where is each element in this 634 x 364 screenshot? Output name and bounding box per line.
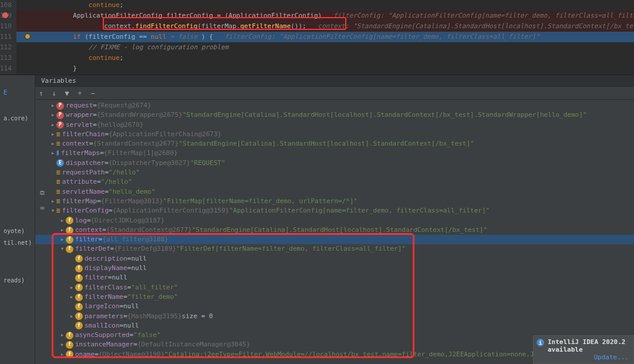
code-line[interactable]: // FIXME - log configuration problem <box>16 42 634 53</box>
variable-node[interactable]: ▸ffilterName = "filter_demo" <box>35 292 634 302</box>
variable-name: filterDef <box>75 244 110 254</box>
variable-name: oname <box>75 350 95 359</box>
expand-arrow-icon[interactable]: ▾ <box>59 244 66 254</box>
variable-node[interactable]: ▸Prequest = {Request@2674} <box>35 101 634 110</box>
variable-node[interactable]: ≡requestPath = "/hello" <box>35 168 634 177</box>
variable-name: filterChain <box>62 130 105 139</box>
code-line[interactable]: continue; <box>16 0 634 11</box>
variable-node[interactable]: ▾ffilterDef = {FilterDef@3189} "FilterDe… <box>35 244 634 254</box>
breakpoint-icon[interactable] <box>2 12 8 18</box>
variable-node[interactable]: ▸≡filterChain = {ApplicationFilterChain@… <box>35 130 634 139</box>
code-column[interactable]: continue; ApplicationFilterConfig filter… <box>16 0 634 74</box>
variable-name: filterMap <box>62 197 97 206</box>
frame-label[interactable]: til.net) <box>0 237 35 249</box>
object-id: {StandardContext@2677} <box>93 139 179 149</box>
expand-arrow-icon[interactable]: ▸ <box>59 235 66 244</box>
expand-arrow-icon[interactable]: ▸ <box>49 139 56 149</box>
variable-node[interactable]: ▸⦀filterMaps = {FilterMap[1]@2680} <box>35 149 634 158</box>
variable-node[interactable]: ▸ffilterClass = "all_filter" <box>35 283 634 292</box>
local-icon: ≡ <box>56 168 60 177</box>
debugger-panel[interactable]: E a.core) oyote) til.net) reads) Variabl… <box>0 75 634 364</box>
variable-node[interactable]: fdescription = null <box>35 254 634 264</box>
expand-arrow-icon[interactable]: ▸ <box>68 292 75 302</box>
string-value: "false" <box>133 331 160 340</box>
variable-name: filter <box>85 273 108 282</box>
variables-tree[interactable]: ▸Prequest = {Request@2674}▸Pwrapper = {S… <box>35 100 634 359</box>
variable-name: requestPath <box>62 168 105 177</box>
frame-label[interactable]: oyote) <box>0 225 35 237</box>
variable-node[interactable]: ▾≡filterConfig = {ApplicationFilterConfi… <box>35 206 634 215</box>
remove-watch-icon[interactable]: − <box>88 89 97 98</box>
update-link[interactable]: Update... <box>548 353 629 361</box>
frame-label[interactable] <box>0 99 35 113</box>
gutter-line[interactable]: 114 <box>0 63 12 74</box>
frame-label[interactable]: a.core) <box>0 113 35 124</box>
gutter-line[interactable]: 110 <box>0 21 12 32</box>
variable-name: context <box>62 139 89 149</box>
variable-node[interactable]: ▸Pwrapper = {StandardWrapper@2675} "Stan… <box>35 110 634 120</box>
update-notification[interactable]: i IntelliJ IDEA 2020.2 available Update.… <box>533 335 634 364</box>
expand-arrow-icon[interactable]: ▸ <box>49 130 56 139</box>
gutter-line[interactable]: 109 <box>0 11 12 21</box>
filter-icon[interactable]: ▼ <box>62 89 72 98</box>
local-icon: ≡ <box>56 139 60 149</box>
code-line[interactable]: } <box>16 63 634 74</box>
expand-arrow-icon[interactable]: ▸ <box>49 149 56 158</box>
gutter-line[interactable]: 108 <box>0 0 12 11</box>
object-id: {StandardContext@2677} <box>106 225 192 235</box>
code-line[interactable]: continue; <box>16 53 634 63</box>
frames-strip[interactable]: E a.core) oyote) til.net) reads) <box>0 75 35 364</box>
gutter: 108109110111112113114 <box>0 0 16 74</box>
frame-label[interactable] <box>0 75 35 87</box>
copy-icon[interactable]: ⧉ <box>36 187 48 198</box>
code-line[interactable]: if (filterConfig == null = false ) { fil… <box>16 32 634 42</box>
frame-label[interactable]: reads) <box>0 275 35 287</box>
variable-node[interactable]: flargeIcon = null <box>35 302 634 311</box>
variable-node[interactable]: ▸≡context = {StandardContext@2677} "Stan… <box>35 139 634 149</box>
expand-arrow-icon[interactable]: ▸ <box>49 120 56 130</box>
expand-arrow-icon[interactable]: ▸ <box>59 225 66 235</box>
up-icon[interactable]: ↑ <box>36 89 46 98</box>
expand-arrow-icon[interactable]: ▸ <box>59 350 66 359</box>
variable-node[interactable]: fsmallIcon = null <box>35 321 634 331</box>
variable-node[interactable]: ▸flog = {DirectJDKLog@3187} <box>35 216 634 225</box>
variable-node[interactable]: ffilter = null <box>35 273 634 282</box>
object-id: {ApplicationFilterConfig@3159} <box>113 206 230 215</box>
expand-arrow-icon[interactable]: ▸ <box>68 312 75 321</box>
frame-label[interactable]: E <box>0 87 35 99</box>
expand-arrow-icon[interactable]: ▸ <box>49 101 56 110</box>
object-id: {StandardWrapper@2675} <box>97 110 183 120</box>
variable-node[interactable]: ≡attribute = "/hello" <box>35 177 634 187</box>
variable-node[interactable]: fdisplayName = null <box>35 264 634 273</box>
expand-arrow-icon[interactable]: ▸ <box>68 283 75 292</box>
value: size = 0 <box>182 312 213 321</box>
object-id: {DirectJDKLog@3187} <box>91 216 165 225</box>
code-line[interactable]: ApplicationFilterConfig filterConfig = (… <box>16 11 634 21</box>
enum-icon: E <box>56 159 64 167</box>
code-editor[interactable]: 108109110111112113114 continue; Applicat… <box>0 0 634 74</box>
gutter-line[interactable]: 112 <box>0 42 12 53</box>
variable-node[interactable]: ▸fparameters = {HashMap@3195} size = 0 <box>35 312 634 321</box>
variable-node[interactable]: ▸Pservlet = {hello@2670} <box>35 120 634 130</box>
expand-arrow-icon[interactable]: ▸ <box>59 331 66 340</box>
variable-node[interactable]: ≡servletName = "hello_demo" <box>35 187 634 197</box>
string-value: "all_filter" <box>131 283 177 292</box>
gutter-line[interactable]: 111 <box>0 32 12 42</box>
variable-node[interactable]: ▸ffilter = {all_filter@3188} <box>35 235 634 244</box>
variable-node[interactable]: ▸fcontext = {StandardContext@2677} "Stan… <box>35 225 634 235</box>
variable-node[interactable]: ▸≡filterMap = {FilterMap@3013} "FilterMa… <box>35 197 634 206</box>
variable-node[interactable]: Edispatcher = {DispatcherType@3027} "REQ… <box>35 159 634 168</box>
expand-arrow-icon[interactable]: ▸ <box>59 216 66 225</box>
variable-name: filterConfig <box>62 206 109 215</box>
field-icon: f <box>66 227 73 234</box>
code-line[interactable]: context.findFilterConfig(filterMap.getFi… <box>16 21 634 32</box>
gutter-line[interactable]: 113 <box>0 53 12 63</box>
expand-arrow-icon[interactable]: ▸ <box>59 340 66 349</box>
object-id: {HashMap@3195} <box>127 312 182 321</box>
add-watch-icon[interactable]: ＋ <box>75 89 85 98</box>
expand-arrow-icon[interactable]: ▸ <box>49 110 56 120</box>
variable-name: attribute <box>62 177 97 187</box>
down-icon[interactable]: ↓ <box>49 89 59 98</box>
side-toolbar: ⧉ ∞ <box>36 187 50 214</box>
infinity-icon[interactable]: ∞ <box>36 202 48 214</box>
